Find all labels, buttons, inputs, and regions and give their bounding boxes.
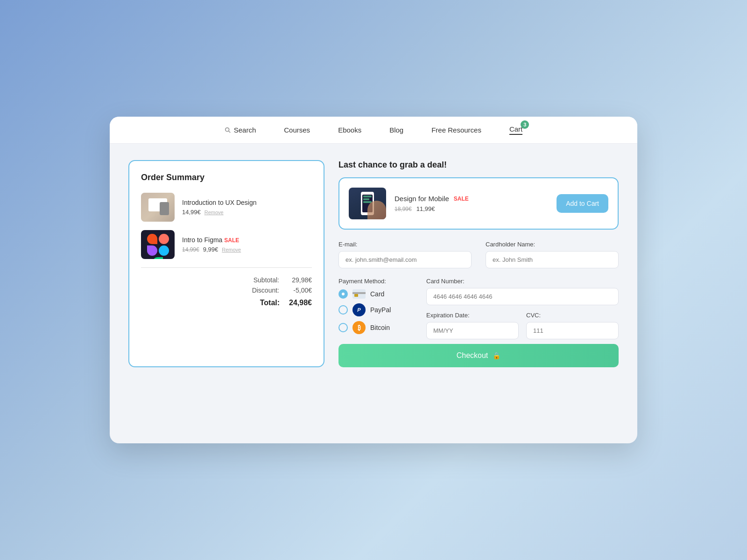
remove-ux-link[interactable]: Remove [204, 210, 224, 215]
expiration-label: Expiration Date: [426, 312, 519, 319]
navigation: Search Courses Ebooks Blog Free Resource… [110, 117, 637, 144]
item-price-row-figma: 14,99€ 9,99€ Remove [182, 246, 312, 253]
discount-row: Discount: -5,00€ [146, 287, 312, 294]
nav-free-resources[interactable]: Free Resources [431, 126, 481, 134]
bitcoin-icon: ₿ [352, 321, 366, 334]
email-label: E-mail: [338, 241, 472, 248]
cardholder-label: Cardholder Name: [486, 241, 619, 248]
email-group: E-mail: [338, 241, 472, 268]
right-panel: Last chance to grab a deal! [338, 160, 619, 367]
total-label: Total: [260, 299, 280, 307]
radio-bitcoin[interactable] [338, 323, 348, 332]
subtotal-label: Subtotal: [254, 276, 279, 284]
order-summary-panel: Order Summary Introduction to UX Design … [128, 160, 324, 367]
item-image-ux [141, 193, 175, 222]
summary-totals: Subtotal: 29,98€ Discount: -5,00€ Total:… [141, 276, 312, 307]
order-summary-title: Order Summary [141, 173, 312, 182]
deal-sale-badge: SALE [454, 196, 469, 202]
deal-price: 11,99€ [416, 205, 435, 212]
figma-blob-3 [147, 245, 157, 256]
paypal-icon: P [352, 303, 366, 316]
item-info-figma: Intro to Figma SALE 14,99€ 9,99€ Remove [182, 236, 312, 253]
item-name-figma: Intro to Figma SALE [182, 236, 312, 244]
checkout-button[interactable]: Checkout 🔒 [338, 344, 619, 367]
nav-ebooks[interactable]: Ebooks [338, 126, 361, 134]
nav-blog[interactable]: Blog [389, 126, 403, 134]
hand-overlay [367, 201, 386, 219]
ux-thumbnail [141, 193, 175, 222]
cvc-input[interactable] [526, 322, 619, 339]
checkout-label: Checkout [457, 351, 488, 360]
subtotal-row: Subtotal: 29,98€ [146, 276, 312, 284]
payment-card-label: Card [370, 290, 384, 298]
radio-paypal[interactable] [338, 305, 348, 315]
item-price-figma: 9,99€ [203, 246, 218, 253]
cvc-group: CVC: [526, 312, 619, 339]
payment-options: Card P PayPal ₿ Bitcoin [338, 289, 412, 334]
card-number-input[interactable] [426, 288, 619, 305]
card-number-label: Card Number: [426, 278, 619, 285]
order-item-figma: Intro to Figma SALE 14,99€ 9,99€ Remove [141, 230, 312, 259]
item-image-figma [141, 230, 175, 259]
figma-blob-1 [147, 234, 157, 244]
main-content: Order Summary Introduction to UX Design … [110, 144, 637, 386]
deal-info: Design for Mobile SALE 18,99€ 11,99€ [395, 195, 548, 212]
deal-price-old: 18,99€ [395, 206, 412, 212]
add-to-cart-button[interactable]: Add to Cart [557, 194, 608, 213]
total-value: 24,98€ [289, 299, 312, 307]
payment-option-card[interactable]: Card [338, 289, 412, 299]
expiration-input[interactable] [426, 322, 519, 339]
email-cardholder-grid: E-mail: Cardholder Name: [338, 241, 619, 268]
lock-icon: 🔒 [493, 352, 500, 359]
remove-figma-link[interactable]: Remove [222, 247, 241, 252]
payment-method-label: Payment Method: [338, 278, 412, 285]
discount-value: -5,00€ [289, 287, 312, 294]
payment-card-row: Payment Method: Card [338, 278, 619, 339]
cardholder-group: Cardholder Name: [486, 241, 619, 268]
card-chip [354, 294, 358, 297]
search-icon [225, 127, 231, 133]
payment-option-bitcoin[interactable]: ₿ Bitcoin [338, 321, 412, 334]
mobile-thumbnail [349, 188, 386, 219]
nav-search[interactable]: Search [225, 126, 256, 134]
deal-price-row: 18,99€ 11,99€ [395, 205, 548, 212]
expiration-group: Expiration Date: [426, 312, 519, 339]
summary-divider [141, 267, 312, 268]
payment-option-paypal[interactable]: P PayPal [338, 303, 412, 316]
subtotal-value: 29,98€ [289, 276, 312, 284]
deal-card: Design for Mobile SALE 18,99€ 11,99€ Add… [338, 177, 619, 230]
discount-label: Discount: [252, 287, 279, 294]
nav-courses[interactable]: Courses [284, 126, 310, 134]
payment-paypal-label: PayPal [370, 306, 391, 314]
phone-bar-1 [363, 196, 372, 197]
svg-line-1 [228, 131, 230, 133]
card-number-group: Card Number: [426, 278, 619, 305]
item-price-row-ux: 14,99€ Remove [182, 209, 312, 216]
card-icon [352, 289, 366, 299]
figma-sale-badge: SALE [224, 237, 239, 244]
figma-blob-5 [153, 257, 163, 259]
main-window: Search Courses Ebooks Blog Free Resource… [110, 117, 637, 443]
item-name-ux: Introduction to UX Design [182, 199, 312, 206]
expiry-cvc-row: Expiration Date: CVC: [426, 312, 619, 339]
nav-cart[interactable]: Cart 3 [509, 125, 522, 135]
total-row: Total: 24,98€ [146, 299, 312, 307]
deal-title: Last chance to grab a deal! [338, 160, 619, 170]
card-fields-section: Card Number: Expiration Date: CVC: [426, 278, 619, 339]
deal-name: Design for Mobile SALE [395, 195, 548, 203]
payment-method-section: Payment Method: Card [338, 278, 412, 339]
cardholder-input[interactable] [486, 251, 619, 268]
cart-badge: 3 [521, 120, 529, 129]
payment-bitcoin-label: Bitcoin [370, 324, 390, 331]
item-info-ux: Introduction to UX Design 14,99€ Remove [182, 199, 312, 216]
item-price-ux: 14,99€ [182, 209, 201, 216]
figma-blob-4 [159, 245, 169, 256]
cvc-label: CVC: [526, 312, 619, 319]
phone-bar-2 [363, 198, 369, 200]
figma-blob-2 [159, 234, 169, 244]
order-item-ux: Introduction to UX Design 14,99€ Remove [141, 193, 312, 222]
radio-card[interactable] [338, 289, 348, 299]
figma-thumbnail [141, 230, 175, 259]
item-price-old-figma: 14,99€ [182, 246, 199, 253]
email-input[interactable] [338, 251, 472, 268]
